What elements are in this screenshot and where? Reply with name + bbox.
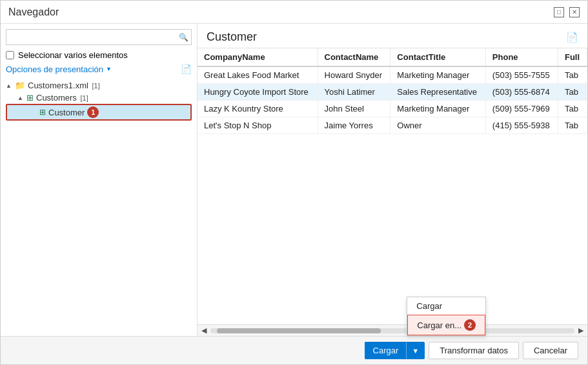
cancelar-button[interactable]: Cancelar (523, 342, 578, 359)
cell-companyname: Lazy K Kountry Store (198, 101, 318, 117)
col-contacttitle: ContactTitle (390, 48, 485, 66)
options-arrow-icon: ▼ (106, 66, 112, 72)
cell-full: Tab (558, 101, 587, 117)
minimize-button[interactable]: □ (554, 7, 564, 17)
cell-contactname: Howard Snyder (318, 66, 390, 84)
cell-contacttitle: Sales Representative (390, 84, 485, 101)
multi-select-checkbox[interactable] (6, 51, 14, 59)
cell-phone: (509) 555-7969 (485, 101, 558, 117)
cell-contactname: Yoshi Latimer (318, 84, 390, 101)
tree-item-file[interactable]: ▲ 📁 Customers1.xml [1] (6, 79, 192, 92)
title-bar: Navegador □ ✕ (1, 1, 587, 24)
step1-badge: 1 (87, 106, 99, 118)
options-label[interactable]: Opciones de presentación ▼ (6, 64, 112, 74)
cell-phone: (503) 555-6874 (485, 84, 558, 101)
cargar-arrow-button[interactable]: ▼ (406, 342, 425, 359)
search-input[interactable] (9, 31, 179, 43)
table-icon-customer: ⊞ (39, 108, 46, 117)
dropdown-item-cargar[interactable]: Cargar (407, 297, 485, 315)
table-icon-customers: ⊞ (26, 93, 34, 103)
transformar-button[interactable]: Transformar datos (429, 342, 519, 359)
customers-label: Customers [1] (36, 93, 88, 103)
cell-contactname: Jaime Yorres (318, 117, 390, 134)
scroll-right-button[interactable]: ▶ (577, 326, 585, 335)
folder-icon: 📁 (15, 81, 25, 90)
export-icon-button[interactable]: 📄 (566, 32, 578, 43)
cell-full: Tab (558, 84, 587, 101)
cargar-dropdown-menu: Cargar Cargar en... 2 (407, 297, 486, 336)
dialog-title: Navegador (8, 6, 59, 18)
cell-full: Tab (558, 117, 587, 134)
step2-badge: 2 (464, 319, 476, 331)
col-contactname: ContactName (318, 48, 390, 66)
table-row: Great Lakes Food MarketHoward SnyderMark… (198, 66, 587, 84)
data-table: CompanyName ContactName ContactTitle Pho… (198, 48, 587, 134)
cargar-split-button: Cargar ▼ (365, 342, 425, 359)
dialog: Navegador □ ✕ 🔍 Seleccionar varios eleme… (0, 0, 588, 365)
table-row: Lazy K Kountry StoreJohn SteelMarketing … (198, 101, 587, 117)
close-button[interactable]: ✕ (569, 7, 580, 17)
options-icon-button[interactable]: 📄 (181, 64, 192, 74)
scroll-left-button[interactable]: ◀ (200, 326, 208, 335)
horizontal-scrollbar[interactable]: ◀ ▶ (198, 324, 587, 336)
cargar-main-button[interactable]: Cargar (365, 342, 407, 359)
search-icon-button[interactable]: 🔍 (179, 33, 188, 42)
cell-contacttitle: Marketing Manager (390, 101, 485, 117)
dropdown-item-cargar-en[interactable]: Cargar en... 2 (407, 315, 485, 335)
file-label: Customers1.xml [1] (28, 81, 100, 90)
cell-phone: (415) 555-5938 (485, 117, 558, 134)
cell-contactname: John Steel (318, 101, 390, 117)
table-row: Let's Stop N ShopJaime YorresOwner(415) … (198, 117, 587, 134)
cell-contacttitle: Owner (390, 117, 485, 134)
cell-phone: (503) 555-7555 (485, 66, 558, 84)
left-panel: 🔍 Seleccionar varios elementos Opciones … (1, 24, 198, 336)
title-bar-controls: □ ✕ (554, 7, 580, 17)
tree-item-customers[interactable]: ▲ ⊞ Customers [1] (6, 92, 192, 104)
col-full: Full (558, 48, 587, 66)
col-companyname: CompanyName (198, 48, 318, 66)
tree-arrow-file: ▲ (6, 83, 15, 89)
tree-view: ▲ 📁 Customers1.xml [1] ▲ ⊞ Customers [1] (6, 79, 192, 331)
table-header-row: CompanyName ContactName ContactTitle Pho… (198, 48, 587, 66)
tree-arrow-customers: ▲ (17, 95, 26, 101)
cell-companyname: Hungry Coyote Import Store (198, 84, 318, 101)
tree-item-customer[interactable]: ⊞ Customer 1 (6, 104, 192, 121)
main-content: 🔍 Seleccionar varios elementos Opciones … (1, 24, 587, 336)
cell-full: Tab (558, 66, 587, 84)
options-row: Opciones de presentación ▼ 📄 (6, 64, 192, 74)
footer: Cargar Cargar en... 2 Cargar ▼ Transform… (1, 336, 587, 364)
cell-contacttitle: Marketing Manager (390, 66, 485, 84)
table-row: Hungry Coyote Import StoreYoshi LatimerS… (198, 84, 587, 101)
right-panel-title: Customer (207, 30, 257, 44)
search-box: 🔍 (6, 29, 192, 45)
scrollbar-track[interactable] (210, 328, 574, 333)
col-phone: Phone (485, 48, 558, 66)
right-header: Customer 📄 (198, 24, 587, 48)
right-panel: Customer 📄 CompanyName ContactName Conta… (198, 24, 587, 336)
multi-select-label: Seleccionar varios elementos (18, 50, 128, 60)
data-table-container: CompanyName ContactName ContactTitle Pho… (198, 48, 587, 324)
customer-label: Customer (48, 108, 85, 117)
cell-companyname: Great Lakes Food Market (198, 66, 318, 84)
checkbox-row: Seleccionar varios elementos (6, 50, 192, 60)
cell-companyname: Let's Stop N Shop (198, 117, 318, 134)
scrollbar-thumb[interactable] (217, 328, 381, 333)
